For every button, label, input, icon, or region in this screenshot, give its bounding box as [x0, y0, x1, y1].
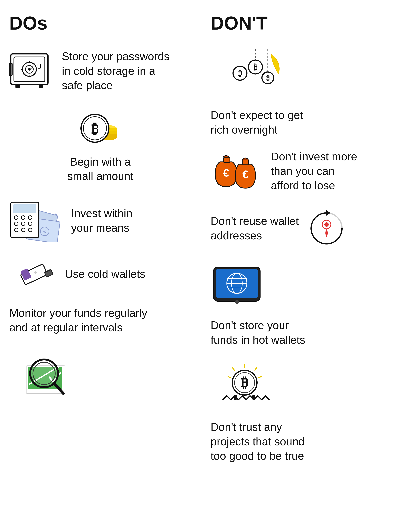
svg-point-83: [235, 300, 239, 304]
reuse-wallet-text: Don't reuse walletaddresses: [210, 214, 299, 243]
svg-text:€: €: [223, 167, 229, 179]
small-amount-text: Begin with asmall amount: [67, 155, 133, 184]
list-item: € € Don't invest morethan you canafford …: [210, 149, 393, 193]
rich-overnight-text: Don't expect to getrich overnight: [210, 108, 303, 137]
list-item: Store your passwordsin cold storage in a…: [9, 49, 192, 93]
svg-line-86: [232, 367, 235, 371]
list-item: Use cold wallets: [9, 261, 192, 287]
list-item: Don't reuse walletaddresses: [210, 208, 393, 248]
svg-text:€: €: [242, 168, 248, 180]
safe-svg: [9, 51, 53, 91]
svg-rect-15: [15, 85, 20, 88]
night-bitcoin-svg: ₿ ₿ ₿: [220, 49, 285, 96]
btc-coins-svg: ₿: [79, 111, 122, 145]
donts-title: DON'T: [210, 12, 393, 34]
svg-point-32: [55, 214, 57, 215]
btc-coins-icon: ₿: [79, 111, 122, 145]
magnifier-icon: [22, 350, 74, 397]
svg-text:₿: ₿: [241, 375, 248, 390]
usb-icon: [9, 261, 56, 287]
tablet-svg: [210, 264, 263, 306]
bitcoin-danger-svg: ₿: [217, 362, 272, 407]
svg-line-88: [228, 376, 231, 378]
svg-rect-39: [13, 204, 36, 213]
svg-rect-68: [224, 157, 230, 163]
svg-line-85: [255, 367, 257, 371]
svg-rect-16: [39, 85, 43, 88]
svg-text:₿: ₿: [92, 121, 99, 137]
too-good-text: Don't trust anyprojects that soundtoo go…: [210, 420, 305, 463]
usb-svg: [9, 261, 56, 287]
calculator-svg: € €: [9, 199, 62, 242]
list-item: ₿ ₿ ₿ Don't expect to getrich overnight: [210, 49, 393, 137]
svg-text:₿: ₿: [254, 63, 257, 71]
invest-means-text: Invest withinyour means: [71, 206, 132, 235]
safe-icon: [9, 51, 53, 91]
store-passwords-text: Store your passwordsin cold storage in a…: [62, 49, 169, 93]
svg-rect-17: [38, 64, 41, 68]
svg-rect-92: [234, 395, 237, 400]
main-container: DOs: [0, 0, 402, 532]
svg-point-75: [324, 222, 329, 227]
hot-wallets-text: Don't store yourfunds in hot wallets: [210, 318, 305, 347]
svg-marker-73: [326, 210, 330, 216]
money-bags-svg: € €: [210, 150, 263, 193]
calculator-icon: € €: [9, 199, 62, 242]
location-svg: [306, 208, 347, 248]
svg-rect-70: [243, 159, 248, 165]
location-icon: [306, 208, 347, 248]
dos-column: DOs: [0, 0, 201, 532]
money-bags-icon: € €: [210, 150, 263, 193]
svg-rect-93: [252, 395, 255, 400]
list-item: Don't store yourfunds in hot wallets: [210, 264, 393, 347]
monitor-funds-text: Monitor your funds regularlyand at regul…: [9, 306, 147, 335]
list-item: Monitor your funds regularlyand at regul…: [9, 306, 192, 397]
svg-line-87: [258, 376, 262, 378]
dos-title: DOs: [9, 12, 192, 34]
tablet-icon: [210, 264, 263, 306]
list-item: ₿ Begin with asmall amount: [9, 111, 192, 184]
invest-more-text: Don't invest morethan you canafford to l…: [271, 149, 357, 193]
svg-text:₿: ₿: [238, 69, 242, 77]
list-item: ₿ Don't trust anyprojects that soundtoo …: [210, 362, 393, 463]
bitcoin-danger-icon: ₿: [217, 362, 272, 407]
list-item: € €: [9, 199, 192, 242]
night-bitcoin-icon: ₿ ₿ ₿: [220, 49, 285, 96]
svg-text:₿: ₿: [266, 74, 270, 82]
cold-wallets-text: Use cold wallets: [65, 267, 145, 281]
donts-column: DON'T ₿ ₿ ₿: [201, 0, 402, 532]
magnifier-svg: [22, 350, 74, 397]
